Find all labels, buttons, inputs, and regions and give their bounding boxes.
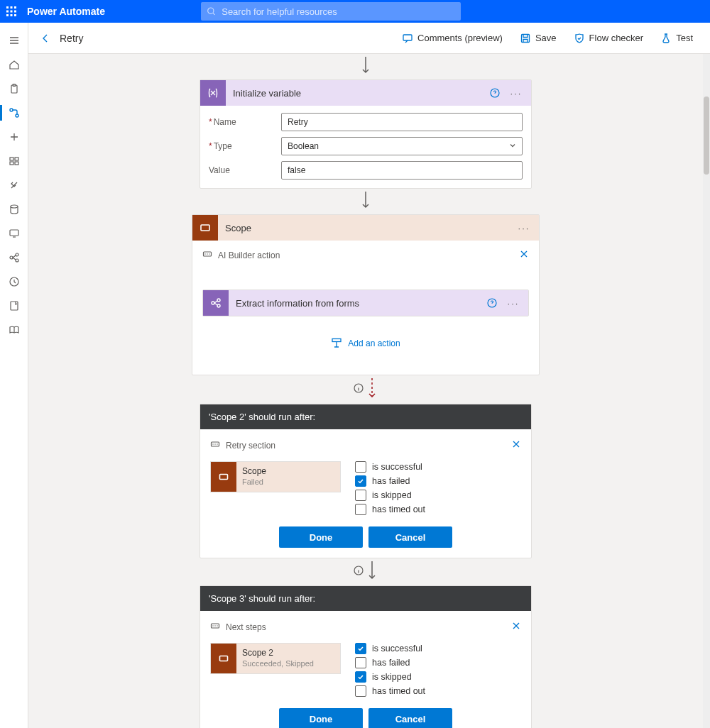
- svg-point-49: [217, 625, 217, 626]
- close-icon[interactable]: [511, 621, 521, 633]
- connector-arrow-error: [354, 378, 378, 399]
- svg-rect-6: [6, 14, 9, 16]
- scope2-section-label: Retry section: [226, 441, 275, 451]
- check-skipped[interactable]: is skipped: [355, 490, 425, 501]
- nav-learn-icon[interactable]: [0, 318, 28, 342]
- test-button[interactable]: Test: [656, 30, 697, 47]
- card-menu-icon[interactable]: ···: [506, 298, 521, 309]
- cancel-button[interactable]: Cancel: [368, 526, 452, 548]
- nav-monitor-icon[interactable]: [0, 221, 28, 246]
- scope-icon: [192, 215, 218, 241]
- check-skipped[interactable]: is skipped: [355, 671, 425, 683]
- close-icon[interactable]: [511, 439, 521, 451]
- nav-process-icon[interactable]: [0, 270, 28, 294]
- svg-rect-4: [11, 11, 13, 13]
- svg-point-32: [207, 253, 207, 254]
- svg-point-48: [214, 625, 215, 626]
- test-label: Test: [676, 33, 693, 43]
- check-failed[interactable]: has failed: [355, 475, 425, 487]
- svg-point-36: [217, 304, 220, 307]
- svg-point-47: [212, 625, 213, 626]
- svg-rect-15: [10, 158, 13, 160]
- scrollbar[interactable]: [703, 54, 710, 728]
- svg-rect-3: [6, 11, 9, 13]
- svg-rect-5: [14, 11, 16, 13]
- check-successful[interactable]: is successful: [355, 643, 425, 654]
- info-icon[interactable]: [354, 383, 364, 395]
- nav-clipboard-icon[interactable]: [0, 77, 28, 101]
- nav-connectors-icon[interactable]: [0, 173, 28, 197]
- value-field[interactable]: false: [281, 161, 523, 180]
- svg-point-22: [16, 253, 18, 256]
- save-button[interactable]: Save: [515, 30, 561, 47]
- info-icon[interactable]: [354, 566, 364, 578]
- cancel-button[interactable]: Cancel: [368, 708, 452, 728]
- rename-icon: [210, 621, 220, 633]
- svg-rect-50: [220, 656, 228, 661]
- nav-data-icon[interactable]: [0, 197, 28, 221]
- connector-arrow: [354, 561, 378, 581]
- save-label: Save: [535, 33, 557, 43]
- back-button[interactable]: [40, 33, 51, 44]
- flowchecker-button[interactable]: Flow checker: [569, 30, 648, 47]
- scope-card[interactable]: Scope ··· AI Builder action Extract info…: [192, 214, 540, 375]
- nav-flows-icon[interactable]: [0, 101, 28, 125]
- svg-point-31: [204, 253, 205, 254]
- scope-predecessor: ScopeFailed: [210, 461, 341, 492]
- svg-point-21: [10, 256, 13, 259]
- extract-forms-card[interactable]: Extract information from forms ···: [202, 289, 529, 316]
- comments-label: Comments (preview): [417, 33, 503, 43]
- scope2-runafter-card[interactable]: 'Scope 2' should run after: Retry sectio…: [200, 404, 532, 558]
- search-input[interactable]: [201, 2, 461, 21]
- check-successful[interactable]: is successful: [355, 461, 425, 473]
- nav-solutions-icon[interactable]: [0, 294, 28, 318]
- close-icon[interactable]: [519, 249, 529, 261]
- rename-icon: [210, 439, 220, 451]
- type-dropdown[interactable]: Boolean: [281, 137, 523, 155]
- search-field[interactable]: [220, 6, 455, 18]
- svg-point-43: [217, 443, 217, 444]
- check-failed[interactable]: has failed: [355, 657, 425, 668]
- done-button[interactable]: Done: [279, 708, 363, 728]
- svg-rect-29: [201, 225, 209, 231]
- svg-point-41: [212, 443, 213, 444]
- svg-rect-25: [11, 302, 18, 310]
- check-timedout[interactable]: has timed out: [355, 504, 425, 515]
- svg-rect-7: [11, 14, 13, 16]
- scope3-section-label: Next steps: [226, 622, 266, 632]
- flow-canvas[interactable]: Initialize variable ··· Name Retry Type …: [28, 54, 703, 728]
- nav-ai-icon[interactable]: [0, 246, 28, 270]
- name-field[interactable]: Retry: [281, 113, 523, 131]
- svg-point-33: [209, 253, 209, 254]
- card-menu-icon[interactable]: ···: [508, 88, 524, 99]
- initialize-variable-card[interactable]: Initialize variable ··· Name Retry Type …: [200, 79, 532, 189]
- nav-home-icon[interactable]: [0, 53, 28, 77]
- nav-create-icon[interactable]: [0, 125, 28, 149]
- help-icon[interactable]: [486, 297, 498, 309]
- ai-builder-icon: [203, 290, 229, 316]
- svg-rect-16: [15, 158, 18, 160]
- nav-hamburger-icon[interactable]: [0, 28, 28, 53]
- brand-title: Power Automate: [27, 6, 105, 17]
- card-menu-icon[interactable]: ···: [516, 223, 532, 233]
- rename-icon: [202, 249, 212, 261]
- add-action-button[interactable]: Add an action: [202, 316, 529, 368]
- comments-button[interactable]: Comments (preview): [398, 30, 507, 47]
- name-field-label: Name: [209, 117, 281, 127]
- help-icon[interactable]: [488, 87, 501, 99]
- svg-point-19: [11, 205, 18, 208]
- scope3-runafter-title: 'Scope 3' should run after:: [200, 586, 531, 611]
- scope2-predecessor: Scope 2Succeeded, Skipped: [210, 643, 341, 674]
- nav-templates-icon[interactable]: [0, 149, 28, 173]
- scope3-runafter-card[interactable]: 'Scope 3' should run after: Next steps S…: [200, 585, 532, 728]
- svg-rect-27: [521, 34, 529, 42]
- connector-arrow: [360, 57, 371, 75]
- flowchecker-label: Flow checker: [589, 33, 644, 43]
- type-field-label: Type: [209, 141, 281, 151]
- done-button[interactable]: Done: [279, 526, 363, 548]
- check-timedout[interactable]: has timed out: [355, 685, 425, 697]
- scope-icon: [211, 462, 236, 492]
- extract-forms-title: Extract information from forms: [236, 298, 479, 309]
- svg-point-35: [217, 299, 220, 302]
- app-launcher-icon[interactable]: [0, 0, 23, 23]
